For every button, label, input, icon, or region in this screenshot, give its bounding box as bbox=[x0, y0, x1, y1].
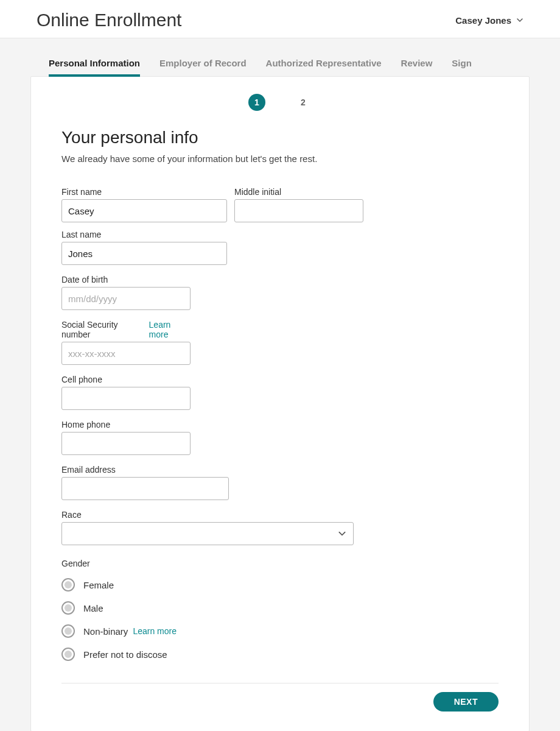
email-row: Email address bbox=[61, 465, 499, 500]
first-name-label: First name bbox=[61, 187, 227, 197]
wizard-container: Personal Information Employer of Record … bbox=[0, 38, 560, 731]
race-group: Race bbox=[61, 510, 354, 545]
next-button[interactable]: NEXT bbox=[433, 692, 499, 712]
cell-phone-label: Cell phone bbox=[61, 375, 191, 384]
dob-group: Date of birth bbox=[61, 275, 191, 310]
race-label: Race bbox=[61, 510, 354, 520]
ssn-group: Social Security number Learn more bbox=[61, 320, 191, 365]
dob-row: Date of birth bbox=[61, 275, 499, 310]
page-title: Online Enrollment bbox=[37, 10, 181, 30]
last-name-label: Last name bbox=[61, 230, 227, 239]
radio-icon bbox=[61, 601, 75, 615]
last-name-group: Last name bbox=[61, 230, 227, 265]
gender-label: Gender bbox=[61, 559, 499, 568]
middle-initial-group: Middle initial bbox=[234, 187, 363, 222]
cell-phone-row: Cell phone bbox=[61, 375, 499, 410]
first-name-input[interactable] bbox=[61, 199, 227, 222]
race-select-wrap bbox=[61, 522, 354, 545]
middle-initial-input[interactable] bbox=[234, 199, 363, 222]
user-menu[interactable]: Casey Jones bbox=[455, 15, 523, 26]
gender-option-prefer-not[interactable]: Prefer not to discose bbox=[61, 648, 499, 661]
home-phone-group: Home phone bbox=[61, 420, 191, 455]
cell-phone-group: Cell phone bbox=[61, 375, 191, 410]
ssn-label: Social Security number Learn more bbox=[61, 320, 191, 339]
ssn-row: Social Security number Learn more bbox=[61, 320, 499, 365]
ssn-learn-more-link[interactable]: Learn more bbox=[149, 320, 191, 339]
user-name: Casey Jones bbox=[455, 15, 511, 26]
chevron-down-icon bbox=[516, 16, 523, 24]
stepper: 1 2 bbox=[61, 89, 499, 128]
radio-label: Female bbox=[83, 580, 114, 590]
ssn-input[interactable] bbox=[61, 342, 191, 365]
step-2[interactable]: 2 bbox=[295, 94, 312, 111]
tab-personal-information[interactable]: Personal Information bbox=[49, 58, 140, 77]
gender-group: Gender Female Male Non-binary Learn more… bbox=[61, 555, 499, 661]
last-name-input[interactable] bbox=[61, 242, 227, 265]
cell-phone-input[interactable] bbox=[61, 387, 191, 410]
home-phone-label: Home phone bbox=[61, 420, 191, 429]
first-name-group: First name bbox=[61, 187, 227, 222]
gender-option-non-binary[interactable]: Non-binary Learn more bbox=[61, 624, 499, 638]
ssn-label-text: Social Security number bbox=[61, 320, 145, 339]
gender-option-female[interactable]: Female bbox=[61, 578, 499, 592]
email-group: Email address bbox=[61, 465, 229, 500]
home-phone-row: Home phone bbox=[61, 420, 499, 455]
radio-label: Non-binary bbox=[83, 626, 128, 637]
email-label: Email address bbox=[61, 465, 229, 475]
tab-sign[interactable]: Sign bbox=[452, 58, 472, 77]
dob-input[interactable] bbox=[61, 287, 191, 310]
radio-icon bbox=[61, 624, 75, 638]
name-row: First name Middle initial Last name bbox=[61, 187, 499, 265]
race-row: Race bbox=[61, 510, 499, 545]
section-subtitle: We already have some of your information… bbox=[61, 154, 499, 164]
footer-row: NEXT bbox=[61, 692, 499, 712]
radio-icon bbox=[61, 578, 75, 592]
step-1[interactable]: 1 bbox=[248, 94, 265, 111]
form-card: 1 2 Your personal info We already have s… bbox=[30, 76, 530, 731]
wizard-tabs: Personal Information Employer of Record … bbox=[30, 58, 530, 77]
radio-label: Prefer not to discose bbox=[83, 649, 167, 660]
tab-employer-of-record[interactable]: Employer of Record bbox=[159, 58, 247, 77]
home-phone-input[interactable] bbox=[61, 432, 191, 455]
footer-divider bbox=[61, 683, 499, 683]
radio-icon bbox=[61, 648, 75, 661]
race-select[interactable] bbox=[61, 522, 354, 545]
tab-review[interactable]: Review bbox=[401, 58, 433, 77]
top-bar: Online Enrollment Casey Jones bbox=[0, 0, 560, 38]
gender-learn-more-link[interactable]: Learn more bbox=[133, 626, 177, 636]
email-input[interactable] bbox=[61, 477, 229, 500]
gender-option-male[interactable]: Male bbox=[61, 601, 499, 615]
tab-authorized-representative[interactable]: Authorized Representative bbox=[266, 58, 382, 77]
radio-label: Male bbox=[83, 603, 103, 613]
middle-initial-label: Middle initial bbox=[234, 187, 363, 197]
dob-label: Date of birth bbox=[61, 275, 191, 284]
section-title: Your personal info bbox=[61, 128, 499, 147]
